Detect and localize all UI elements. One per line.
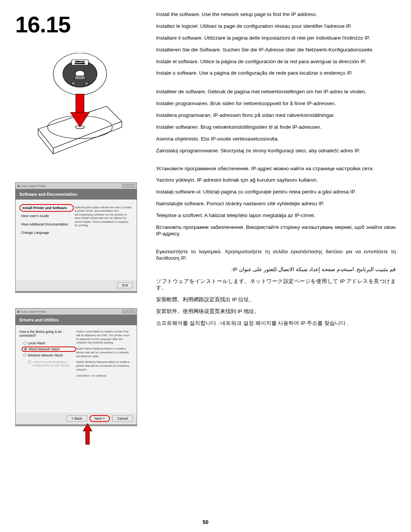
instruction-sv: Installera programvaran. IP-adressen fin… [156, 112, 396, 119]
window-controls [122, 184, 135, 188]
installer-screenshot-2: ◉ Color Laser Printer Drivers and Utilit… [15, 308, 137, 426]
instruction-ko: 소프트웨어를 설치합니다 . 네트워크 설정 페이지를 사용하여 IP 주소를 … [156, 320, 396, 327]
wireless-network-option[interactable]: Wireless Network Attach [23, 353, 76, 357]
option-description: Selecting this option allows the user to… [74, 204, 133, 275]
window-controls [122, 310, 135, 313]
view-users-guide-option[interactable]: View User's Guide [19, 212, 74, 220]
instruction-el: Εγκαταστήστε το λογισμικό. Χρησιμοποιήστ… [156, 249, 396, 262]
instruction-nl: Installeer de software. Gebruik de pagin… [156, 89, 396, 95]
instruction-es: Instale el software. Utilice la página d… [156, 59, 396, 65]
instruction-tr: Yazılımı yükleyin. IP adresini bulmak iç… [156, 177, 396, 184]
installer-header: Drivers and Utilities [16, 315, 137, 325]
instruction-ru: Установите программное обеспечение. IP-а… [156, 166, 396, 172]
instruction-fi: Asenna ohjelmisto. Etsi IP-osoite verkko… [156, 136, 396, 142]
svg-point-8 [84, 82, 88, 85]
step-number: 16.15 [15, 11, 145, 38]
instruction-it: Installare il software. Utilizzare la pa… [156, 35, 396, 42]
change-language-option[interactable]: Change Language [19, 228, 74, 237]
svg-text:Documentation: Documentation [75, 62, 85, 64]
window-titlebar: ◉ Color Laser Printer [16, 183, 137, 189]
instruction-hu: Telepítse a szoftvert. A hálózat telepít… [156, 212, 396, 219]
window-title: Color Laser Printer [21, 184, 46, 188]
svg-point-7 [72, 82, 75, 85]
instruction-ar: قم بتثبيت البرنامج. استخدم صفحة إعداد شب… [156, 267, 396, 273]
instruction-uk: Встановіть програмне забезпечення. Викор… [156, 224, 396, 237]
disc-icon: ◉ [17, 310, 20, 313]
instruction-no: Installer programvaren. Bruk siden for n… [156, 101, 396, 107]
instruction-zh-tw: 安裝軟體。利用網路設定頁找出 IP 位址。 [156, 297, 396, 303]
connection-description: Select Local Attach to install a printer… [76, 330, 133, 408]
cancel-button[interactable]: Cancel [112, 415, 133, 422]
window-title: Color Laser Printer [21, 310, 46, 313]
instruction-cs: Nainstalujte software. Pomocí stránky na… [156, 201, 396, 207]
cd-insert-illustration: Software and Documentation [30, 53, 129, 160]
installer-header: Software and Documentation [16, 189, 137, 200]
svg-rect-6 [75, 76, 85, 80]
instruction-zh-cn: 安装软件。使用网络设置页来找到 IP 地址。 [156, 308, 396, 315]
instruction-da: Installer softwaren. Brug netværksindsti… [156, 124, 396, 131]
local-attach-option[interactable]: Local Attach [23, 341, 76, 345]
window-titlebar: ◉ Color Laser Printer [16, 308, 137, 315]
instruction-pt: Instale o software. Use a página de conf… [156, 70, 396, 77]
instruction-ja: ソフトウェアをインストールします。ネットワーク設定ページを使用して IP アドレ… [156, 278, 396, 291]
instruction-pl: Zainstaluj oprogramowanie. Skorzystaj ze… [156, 148, 396, 154]
connection-question: How is the device going to be connected? [19, 330, 76, 337]
svg-rect-11 [76, 94, 84, 112]
instruction-ro: Instalați software-ul. Utilizați pagina … [156, 189, 396, 195]
page-number: 50 [0, 519, 411, 525]
install-printer-option[interactable]: Install Printer and Software [19, 204, 74, 212]
exit-button[interactable]: Exit [117, 282, 133, 288]
disc-icon: ◉ [17, 184, 20, 188]
instruction-de: Installieren Sie die Software. Suchen Si… [156, 47, 396, 53]
instruction-fr: Installez le logiciel. Utilisez la page … [156, 23, 396, 30]
wireless-config-checkbox: I need to perform wireless configuration… [29, 360, 76, 367]
wired-network-option[interactable]: Wired Network Attach [22, 347, 76, 352]
installer-screenshot-1: ◉ Color Laser Printer Software and Docum… [15, 182, 137, 293]
view-additional-docs-option[interactable]: View Additional Documentation [19, 220, 74, 228]
instruction-en: Install the software. Use the network se… [156, 11, 396, 18]
cursor-arrow-icon [80, 420, 95, 447]
